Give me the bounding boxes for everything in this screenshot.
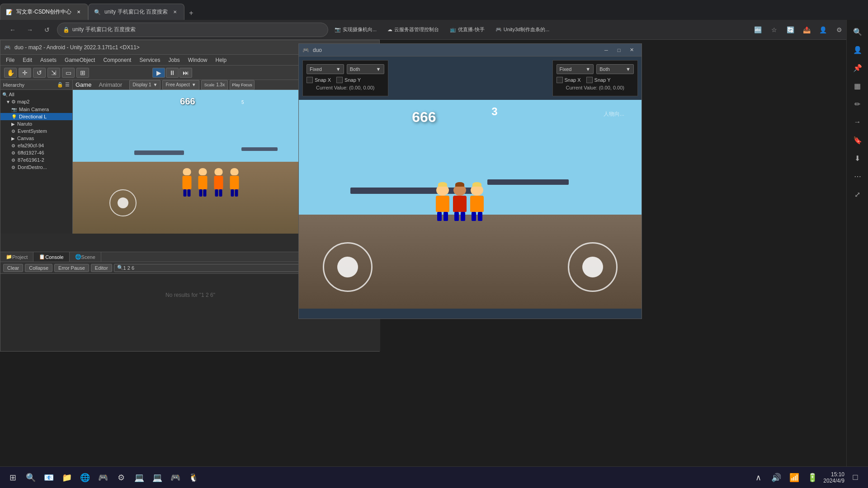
duo-both-select-2[interactable]: Both ▼ [596, 64, 634, 74]
nav-icon-star[interactable]: ☆ [767, 23, 781, 37]
clear-button[interactable]: Clear [3, 264, 23, 272]
collapse-button[interactable]: Collapse [25, 264, 52, 272]
game-joystick-left[interactable] [109, 189, 137, 216]
duo-joystick-right[interactable] [568, 242, 618, 292]
start-button[interactable]: ⊞ [5, 470, 20, 485]
pause-button[interactable]: ⏸ [166, 68, 179, 78]
tab-scene[interactable]: 🌐 Scene [70, 252, 101, 262]
taskbar-explorer-icon[interactable]: 📁 [60, 470, 74, 485]
toolbar-move-tool[interactable]: ✛ [19, 68, 31, 78]
browser-tab-baidu[interactable]: 🔍 unity 手机窗口化 百度搜索 ✕ [88, 4, 184, 20]
sidebar-icon-grid[interactable]: ▦ [849, 78, 866, 94]
nav-icon-translate[interactable]: 🔤 [750, 23, 765, 37]
tab-close-baidu[interactable]: ✕ [171, 9, 179, 16]
duo-joystick-left[interactable] [323, 242, 373, 292]
address-bar[interactable]: 🔒 unity 手机窗口化 百度搜索 [57, 23, 328, 37]
new-tab-button[interactable]: + [184, 6, 198, 20]
tab-project[interactable]: 📁 Project [0, 252, 33, 262]
menu-window[interactable]: Window [184, 56, 211, 64]
nav-icon-settings[interactable]: ⚙ [832, 23, 846, 37]
duo-snap-y-checkbox-1[interactable] [336, 77, 343, 83]
game-play-focus-btn[interactable]: Play Focus [230, 80, 255, 90]
system-tray-speaker[interactable]: 🔊 [769, 470, 783, 485]
menu-edit[interactable]: Edit [19, 56, 36, 64]
bookmark-unity3d[interactable]: 🎮 Unity3d制作血条的... [492, 24, 553, 35]
taskbar-edge-icon[interactable]: 📧 [42, 470, 56, 485]
menu-component[interactable]: Component [99, 56, 135, 64]
taskbar-search-button[interactable]: 🔍 [24, 470, 38, 485]
game-tab[interactable]: Game [75, 81, 91, 88]
sidebar-icon-zoom[interactable]: 🔍 [849, 23, 866, 40]
menu-jobs[interactable]: Jobs [165, 56, 183, 64]
menu-services[interactable]: Services [136, 56, 164, 64]
duo-minimize-button[interactable]: ─ [600, 46, 613, 55]
duo-close-button[interactable]: ✕ [625, 46, 638, 55]
system-tray-wifi[interactable]: 📶 [787, 470, 802, 485]
toolbar-rect-tool[interactable]: ▭ [62, 68, 75, 78]
play-button[interactable]: ▶ [152, 68, 165, 78]
sidebar-icon-arrow[interactable]: → [849, 114, 866, 130]
menu-assets[interactable]: Assets [37, 56, 60, 64]
taskbar-clock[interactable]: 15:10 2024/4/9 [823, 471, 844, 484]
game-display-dropdown[interactable]: Display 1 ▼ [129, 80, 160, 90]
browser-tab-csdn[interactable]: 📝 写文章-CSDN创作中心 ✕ [0, 4, 88, 20]
hierarchy-item-maincamera[interactable]: 📷 Main Camera [0, 106, 72, 113]
menu-gameobject[interactable]: GameObject [61, 56, 99, 64]
duo-snap-y-checkbox-2[interactable] [586, 77, 593, 83]
hierarchy-item-directional[interactable]: 💡 Directional L [0, 113, 72, 120]
hierarchy-item-naruto[interactable]: ▶ Naruto [0, 120, 72, 127]
system-tray-battery[interactable]: 🔋 [805, 470, 820, 485]
animator-tab[interactable]: Animator [99, 81, 122, 88]
sidebar-icon-bookmark[interactable]: 🔖 [849, 132, 866, 148]
menu-file[interactable]: File [2, 56, 18, 64]
sidebar-icon-download[interactable]: ⬇ [849, 150, 866, 166]
forward-button[interactable]: → [23, 23, 37, 37]
sidebar-icon-edit[interactable]: ✏ [849, 96, 866, 112]
toolbar-hand-tool[interactable]: ✋ [4, 68, 17, 78]
nav-icon-refresh2[interactable]: 🔄 [783, 23, 797, 37]
error-pause-button[interactable]: Error Pause [54, 264, 89, 272]
duo-snap-x-checkbox-2[interactable] [557, 77, 563, 83]
system-tray-up[interactable]: ∧ [751, 470, 765, 485]
taskbar-penguin-icon[interactable]: 🐧 [186, 470, 201, 485]
sidebar-icon-profile[interactable]: 👤 [849, 42, 866, 58]
taskbar-edge2-icon[interactable]: 🌐 [78, 470, 92, 485]
hierarchy-lock-icon[interactable]: 🔒 [57, 82, 63, 88]
duo-maximize-button[interactable]: □ [613, 46, 625, 55]
taskbar-unity-icon[interactable]: 🎮 [168, 470, 183, 485]
menu-help[interactable]: Help [212, 56, 231, 64]
toolbar-transform-tool[interactable]: ⊞ [76, 68, 89, 78]
game-aspect-dropdown[interactable]: Free Aspect ▼ [162, 80, 199, 90]
editor-button[interactable]: Editor [91, 264, 112, 272]
tab-console[interactable]: 📋 Console [33, 252, 69, 262]
bookmark-cloud[interactable]: ☁ 云服务器管理控制台 [384, 24, 443, 35]
taskbar-terminal-icon[interactable]: 💻 [150, 470, 165, 485]
tab-close-csdn[interactable]: ✕ [75, 9, 82, 16]
taskbar-notification[interactable]: □ [848, 470, 863, 485]
bookmark-tv[interactable]: 📺 优直播-快手 [446, 24, 488, 35]
toolbar-scale-tool[interactable]: ⇲ [47, 68, 60, 78]
hierarchy-item-dontdestro[interactable]: ⚙ DontDestro... [0, 164, 72, 171]
sidebar-icon-more[interactable]: ⋯ [849, 168, 866, 184]
bookmark-camera[interactable]: 📷 实现摄像机向... [331, 24, 380, 35]
taskbar-game-icon[interactable]: 🎮 [96, 470, 110, 485]
duo-fixed-select-2[interactable]: Fixed ▼ [557, 64, 594, 74]
toolbar-rotate-tool[interactable]: ↺ [33, 68, 46, 78]
hierarchy-menu-icon[interactable]: ☰ [65, 82, 70, 88]
refresh-button[interactable]: ↺ [40, 23, 54, 37]
hierarchy-item-canvas[interactable]: ▶ Canvas [0, 135, 72, 142]
duo-fixed-select-1[interactable]: Fixed ▼ [307, 64, 344, 74]
sidebar-icon-expand[interactable]: ⤢ [849, 186, 866, 202]
nav-icon-profile[interactable]: 👤 [816, 23, 830, 37]
hierarchy-item-efa[interactable]: ⚙ efa290cf-94 [0, 142, 72, 149]
back-button[interactable]: ← [5, 23, 20, 37]
hierarchy-item-87e[interactable]: ⚙ 87e61961-2 [0, 156, 72, 164]
sidebar-icon-pin[interactable]: 📌 [849, 60, 866, 76]
duo-snap-x-checkbox-1[interactable] [307, 77, 313, 83]
duo-both-select-1[interactable]: Both ▼ [347, 64, 384, 74]
hierarchy-item-6ffd[interactable]: ⚙ 6ffd1927-46 [0, 149, 72, 156]
taskbar-vs-icon[interactable]: 💻 [132, 470, 146, 485]
step-button[interactable]: ⏭ [179, 68, 192, 78]
hierarchy-item-eventsystem[interactable]: ⚙ EventSystem [0, 127, 72, 135]
hierarchy-item-map2[interactable]: ▼⚙ map2 [0, 98, 72, 106]
